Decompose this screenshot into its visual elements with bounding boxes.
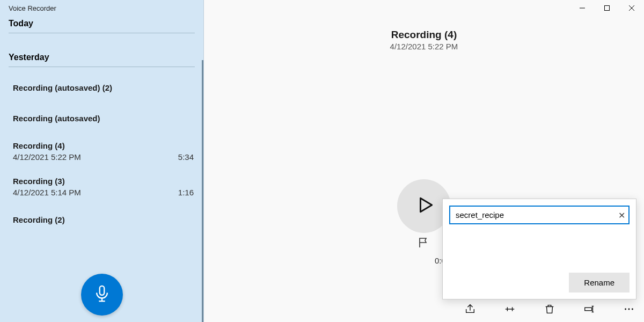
close-button[interactable] (619, 0, 644, 17)
scrollbar[interactable] (202, 60, 203, 322)
share-icon (464, 303, 476, 317)
more-button[interactable] (623, 304, 635, 317)
recording-item[interactable]: Recording (autosaved) (2) (0, 72, 203, 103)
sidebar: Voice Recorder Today Yesterday Recording… (0, 0, 204, 322)
play-icon (414, 195, 434, 217)
close-icon: ✕ (618, 210, 625, 219)
recording-title: Recording (autosaved) (2) (13, 83, 112, 92)
minimize-button[interactable] (570, 0, 595, 17)
clear-input-button[interactable]: ✕ (618, 210, 625, 220)
action-toolbar (464, 304, 635, 317)
maximize-button[interactable] (595, 0, 619, 17)
flag-icon (418, 241, 430, 251)
svg-rect-4 (605, 6, 610, 11)
svg-rect-0 (99, 286, 104, 295)
recording-datetime: 4/12/2021 5:22 PM (13, 152, 81, 162)
trim-button[interactable] (503, 304, 516, 317)
record-button[interactable] (81, 274, 123, 316)
share-button[interactable] (464, 304, 477, 317)
recording-duration: 5:34 (178, 152, 194, 162)
rename-icon (583, 303, 595, 317)
maximize-icon (604, 4, 610, 13)
recording-title: Recording (4) (13, 141, 81, 150)
recording-title: Recording (3) (13, 177, 81, 186)
recording-item[interactable]: Recording (3) 4/12/2021 5:14 PM 1:16 (0, 169, 203, 204)
minimize-icon (579, 4, 586, 13)
detail-datetime: 4/12/2021 5:22 PM (204, 42, 644, 51)
svg-rect-11 (585, 308, 592, 311)
recording-duration: 1:16 (178, 188, 194, 197)
rename-input[interactable] (449, 206, 630, 224)
ellipsis-icon (623, 303, 635, 317)
delete-button[interactable] (543, 304, 556, 317)
rename-button-icon[interactable] (583, 304, 596, 317)
recording-item[interactable]: Recording (2) (0, 204, 203, 235)
detail-title: Recording (4) (204, 29, 644, 41)
marker-button[interactable] (418, 236, 430, 251)
recording-title: Recording (autosaved) (13, 114, 100, 123)
app-title: Voice Recorder (0, 0, 203, 13)
window-controls (570, 0, 644, 17)
trim-icon (504, 303, 516, 317)
svg-marker-7 (421, 198, 432, 212)
main-panel: Recording (4) 4/12/2021 5:22 PM 0:00 (204, 0, 644, 322)
svg-point-16 (628, 309, 630, 310)
rename-confirm-button[interactable]: Rename (569, 273, 630, 292)
close-icon (628, 4, 635, 13)
microphone-icon (93, 284, 111, 305)
trash-icon (544, 303, 555, 317)
svg-point-15 (625, 309, 626, 310)
rename-popup: ✕ Rename (442, 199, 636, 299)
recording-item[interactable]: Recording (4) 4/12/2021 5:22 PM 5:34 (0, 134, 203, 169)
recording-item[interactable]: Recording (autosaved) (0, 103, 203, 134)
section-header-yesterday: Yesterday (0, 47, 203, 67)
recording-datetime: 4/12/2021 5:14 PM (13, 188, 81, 197)
section-header-today: Today (0, 13, 203, 33)
recording-title: Recording (2) (13, 215, 65, 224)
svg-point-17 (632, 309, 633, 310)
